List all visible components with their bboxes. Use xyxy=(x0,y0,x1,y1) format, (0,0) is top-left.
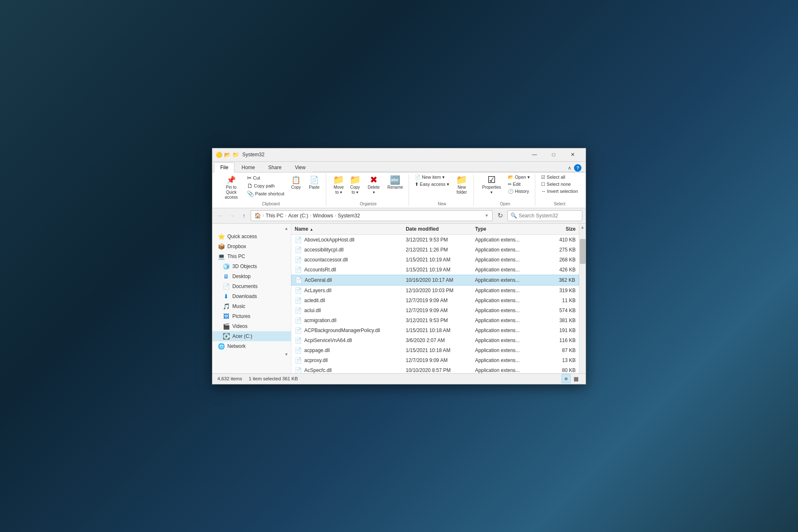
move-to-label: Moveto ▾ xyxy=(334,185,344,195)
detail-view-button[interactable]: ▦ xyxy=(571,374,581,383)
new-group-label: New xyxy=(438,202,446,206)
easy-access-button[interactable]: ⬆ Easy access ▾ xyxy=(413,181,451,187)
table-row[interactable]: 📄 AcGenral.dll 10/16/2020 10:17 AM Appli… xyxy=(291,275,579,286)
table-row[interactable]: 📄 ACPBackgroundManagerPolicy.dll 1/15/20… xyxy=(291,325,579,335)
paste-shortcut-button[interactable]: 📎 Paste shortcut xyxy=(245,190,286,197)
refresh-button[interactable]: ↻ xyxy=(494,210,506,222)
table-row[interactable]: 📄 AboveLockAppHost.dll 3/12/2021 9:53 PM… xyxy=(291,235,579,245)
open-button[interactable]: 📂 Open ▾ xyxy=(506,174,532,180)
search-input[interactable] xyxy=(519,213,581,219)
col-date[interactable]: Date modified xyxy=(402,225,472,233)
sidebar-item-videos[interactable]: 🎬 Videos xyxy=(212,321,291,331)
tab-share[interactable]: Share xyxy=(262,163,288,172)
paste-button[interactable]: 📄 Paste xyxy=(306,174,323,191)
invert-selection-button[interactable]: ↔ Invert selection xyxy=(539,188,579,194)
sidebar-scroll-up-icon[interactable]: ▲ xyxy=(284,226,288,231)
path-home-icon: 🏠 xyxy=(254,212,261,219)
file-name: 📄 aclui.dll xyxy=(291,306,402,315)
path-dropdown-icon[interactable]: ▼ xyxy=(485,213,489,218)
scrollbar-track[interactable]: ▲ xyxy=(579,224,586,373)
sidebar-item-3d-objects[interactable]: 🧊 3D Objects xyxy=(212,261,291,271)
ribbon-group-open: ☑ Properties ▾ 📂 Open ▾ ✏ Edit xyxy=(475,174,535,206)
file-size: 319 KB xyxy=(541,287,579,294)
select-none-button[interactable]: ☐ Select none xyxy=(539,181,579,187)
open-icon: 📂 xyxy=(508,175,514,180)
path-this-pc[interactable]: This PC xyxy=(266,213,283,219)
history-button[interactable]: 🕐 History xyxy=(506,188,532,195)
sidebar-item-documents[interactable]: 📄 Documents xyxy=(212,281,291,291)
path-acer[interactable]: Acer (C:) xyxy=(288,213,308,219)
file-size: 381 KB xyxy=(541,317,579,324)
col-name[interactable]: Name ▲ xyxy=(291,225,402,233)
clipboard-group-label: Clipboard xyxy=(262,202,280,206)
file-size: 426 KB xyxy=(541,266,579,273)
sidebar-scroll-down-icon[interactable]: ▼ xyxy=(284,352,288,357)
table-row[interactable]: 📄 AcLayers.dll 12/10/2020 10:03 PM Appli… xyxy=(291,286,579,296)
file-date: 12/7/2019 9:09 AM xyxy=(402,297,472,304)
ribbon-collapse-btn[interactable]: ∧ xyxy=(568,165,571,171)
table-row[interactable]: 📄 acledit.dll 12/7/2019 9:09 AM Applicat… xyxy=(291,296,579,305)
title-bar-icons: 🟡 📂 📁 xyxy=(216,152,239,158)
new-item-button[interactable]: 📄 New item ▾ xyxy=(413,174,451,180)
cut-button[interactable]: ✂ Cut xyxy=(245,174,286,182)
copy-path-button[interactable]: 🗋 Copy path xyxy=(245,182,286,190)
path-windows[interactable]: Windows xyxy=(313,213,333,219)
select-all-button[interactable]: ☑ Select all xyxy=(539,174,579,180)
sidebar-item-dropbox[interactable]: 📦 Dropbox xyxy=(212,241,291,251)
sidebar-item-this-pc[interactable]: 💻 This PC xyxy=(212,251,291,261)
file-size: 191 KB xyxy=(541,327,579,334)
up-button[interactable]: ↑ xyxy=(239,211,249,221)
new-folder-button[interactable]: 📁 Newfolder xyxy=(453,174,471,196)
sidebar-item-music[interactable]: 🎵 Music xyxy=(212,301,291,311)
sidebar-item-network[interactable]: 🌐 Network xyxy=(212,341,291,351)
forward-button[interactable]: → xyxy=(227,211,237,221)
path-system32[interactable]: System32 xyxy=(338,213,360,219)
table-row[interactable]: 📄 AcpiServiceVnA64.dll 3/6/2020 2:07 AM … xyxy=(291,335,579,345)
table-row[interactable]: 📄 aclui.dll 12/7/2019 9:09 AM Applicatio… xyxy=(291,305,579,315)
help-button[interactable]: ? xyxy=(574,164,581,172)
col-size[interactable]: Size xyxy=(541,225,579,233)
table-row[interactable]: 📄 acmigration.dll 3/12/2021 9:53 PM Appl… xyxy=(291,315,579,325)
downloads-label: Downloads xyxy=(232,293,257,299)
dropbox-icon: 📦 xyxy=(217,243,225,250)
address-path[interactable]: 🏠 › This PC › Acer (C:) › Windows › Syst… xyxy=(251,210,493,221)
sidebar-item-downloads[interactable]: ⬇ Downloads xyxy=(212,291,291,301)
properties-button[interactable]: ☑ Properties ▾ xyxy=(479,174,505,196)
sidebar-item-desktop[interactable]: 🖥 Desktop xyxy=(212,271,291,281)
table-row[interactable]: 📄 AcSpecfc.dll 10/10/2020 8:57 PM Applic… xyxy=(291,365,579,373)
list-view-button[interactable]: ≡ xyxy=(562,374,571,383)
table-row[interactable]: 📄 acppage.dll 1/15/2021 10:18 AM Applica… xyxy=(291,345,579,355)
file-size: 362 KB xyxy=(541,276,579,284)
table-row[interactable]: 📄 accountaccessor.dll 1/15/2021 10:19 AM… xyxy=(291,255,579,265)
edit-label: Edit xyxy=(513,182,521,187)
search-box[interactable]: 🔍 xyxy=(507,210,582,221)
delete-button[interactable]: ✖ Delete ▾ xyxy=(364,174,384,196)
close-button[interactable]: ✕ xyxy=(563,148,582,161)
tab-home[interactable]: Home xyxy=(235,163,261,172)
table-row[interactable]: 📄 AccountsRt.dll 1/15/2021 10:19 AM Appl… xyxy=(291,265,579,275)
sidebar-item-pictures[interactable]: 🖼 Pictures xyxy=(212,311,291,321)
table-row[interactable]: 📄 accessibilitycpl.dll 2/12/2021 1:26 PM… xyxy=(291,245,579,255)
minimize-button[interactable]: — xyxy=(525,148,544,161)
copy-button[interactable]: 📋 Copy xyxy=(288,174,304,191)
history-icon: 🕐 xyxy=(508,189,514,194)
scrollbar-up-arrow[interactable]: ▲ xyxy=(581,224,585,231)
rename-button[interactable]: 🔤 Rename xyxy=(385,174,405,191)
sidebar-item-acer-c[interactable]: 💽 Acer (C:) xyxy=(212,331,291,341)
col-type[interactable]: Type xyxy=(472,225,541,233)
back-button[interactable]: ← xyxy=(216,211,226,221)
table-row[interactable]: 📄 acproxy.dll 12/7/2019 9:09 AM Applicat… xyxy=(291,355,579,365)
tab-file[interactable]: File xyxy=(214,163,234,172)
dropbox-label: Dropbox xyxy=(227,244,246,249)
sidebar-item-quick-access[interactable]: ⭐ Quick access xyxy=(212,232,291,241)
path-sep-2: › xyxy=(285,213,286,218)
copy-to-button[interactable]: 📁 Copyto ▾ xyxy=(348,174,362,196)
scrollbar-thumb[interactable] xyxy=(580,239,586,264)
move-to-button[interactable]: 📁 Moveto ▾ xyxy=(331,174,346,196)
tab-view[interactable]: View xyxy=(288,163,312,172)
copy-to-icon: 📁 xyxy=(350,175,360,185)
maximize-button[interactable]: □ xyxy=(544,148,563,161)
edit-button[interactable]: ✏ Edit xyxy=(506,181,532,187)
pin-to-quick-access-button[interactable]: 📌 Pin to Quickaccess xyxy=(219,174,244,201)
copy-path-icon: 🗋 xyxy=(247,182,253,189)
